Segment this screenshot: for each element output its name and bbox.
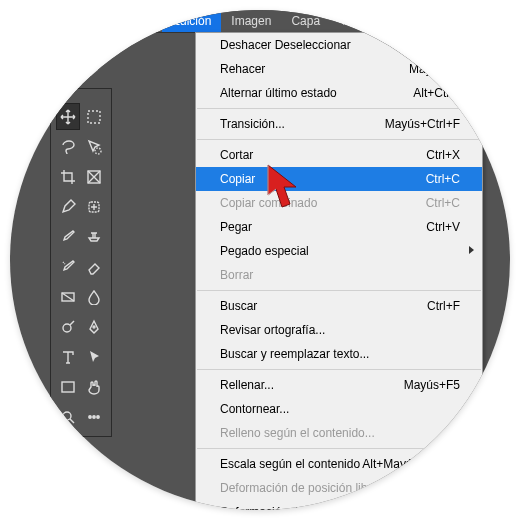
menu-item-buscar-reemplazar[interactable]: Buscar y reemplazar texto... [196,342,482,366]
menu-item-alternar[interactable]: Alternar último estadoAlt+Ctrl+ [196,81,482,105]
menu-edicion[interactable]: Edición [162,10,221,32]
menu-item-pegar[interactable]: PegarCtrl+V [196,215,482,239]
foreground-swatch[interactable] [52,442,68,458]
hand-tool[interactable] [83,373,107,400]
menu-item-def-posicion: Deformación de posición libre [196,476,482,500]
crop-tool[interactable] [56,163,80,190]
healing-brush-tool[interactable] [83,193,107,220]
tools-panel [50,88,112,437]
menu-separator [197,108,481,109]
menu-separator [197,448,481,449]
menu-item-def-perspectiva[interactable]: Deformación de perspectiva [196,500,482,510]
menu-item-ortografia[interactable]: Revisar ortografía... [196,318,482,342]
menu-item-copiar-combinado: Copiar combinadoCtrl+C [196,191,482,215]
menu-item-relleno-contenido: Relleno según el contenido... [196,421,482,445]
viewport: vo Edición Imagen Capa Texto Selecci ⌄ [10,10,510,510]
frame-tool[interactable] [83,163,107,190]
svg-rect-7 [62,382,74,392]
menu-imagen[interactable]: Imagen [221,10,281,32]
menu-item-escala-contenido[interactable]: Escala según el contenidoAlt+Mayús+Ctrl+… [196,452,482,476]
svg-rect-0 [88,111,100,123]
menu-item-contornear[interactable]: Contornear... [196,397,482,421]
eraser-tool[interactable] [83,253,107,280]
menu-item-borrar: Borrar [196,263,482,287]
edit-menu-dropdown: Deshacer Deseleccionar RehacerMayús+C Al… [195,32,483,510]
menu-item-deshacer[interactable]: Deshacer Deseleccionar [196,33,482,57]
menu-item-cortar[interactable]: CortarCtrl+X [196,143,482,167]
svg-point-8 [63,412,71,420]
svg-point-6 [93,326,95,328]
zoom-tool[interactable] [56,403,80,430]
menubar-fragment: vo [10,10,162,32]
svg-point-9 [89,415,91,417]
menu-texto[interactable]: Texto [330,10,379,32]
rectangle-tool[interactable] [56,373,80,400]
gradient-tool[interactable] [56,283,80,310]
type-tool[interactable] [56,343,80,370]
menu-separator [197,369,481,370]
menu-separator [197,139,481,140]
edit-toolbar[interactable] [83,403,107,430]
blur-tool[interactable] [83,283,107,310]
menu-item-transicion[interactable]: Transición...Mayús+Ctrl+F [196,112,482,136]
svg-point-10 [93,415,95,417]
move-icon [56,83,70,97]
history-brush-tool[interactable] [56,253,80,280]
menu-item-pegado-especial[interactable]: Pegado especial [196,239,482,263]
lasso-tool[interactable] [56,133,80,160]
menu-item-rellenar[interactable]: Rellenar...Mayús+F5 [196,373,482,397]
menu-item-copiar[interactable]: CopiarCtrl+C [196,167,482,191]
pen-tool[interactable] [83,313,107,340]
menu-capa[interactable]: Capa [281,10,330,32]
rect-marquee-tool[interactable] [83,103,107,130]
svg-point-11 [97,415,99,417]
menu-separator [197,290,481,291]
quick-select-tool[interactable] [83,133,107,160]
path-select-tool[interactable] [83,343,107,370]
clone-stamp-tool[interactable] [83,223,107,250]
brush-tool[interactable] [56,223,80,250]
home-icon[interactable] [64,37,84,55]
dodge-tool[interactable] [56,313,80,340]
menu-item-rehacer[interactable]: RehacerMayús+C [196,57,482,81]
color-swatches[interactable] [52,442,78,468]
svg-point-1 [95,148,101,154]
background-swatch[interactable] [62,452,78,468]
menubar: vo Edición Imagen Capa Texto Selecci [10,10,510,32]
eyedropper-tool[interactable] [56,193,80,220]
svg-point-5 [63,324,71,332]
move-tool[interactable] [56,103,80,130]
app-chrome: vo Edición Imagen Capa Texto Selecci ⌄ [10,10,510,510]
menu-item-buscar[interactable]: BuscarCtrl+F [196,294,482,318]
menu-seleccion[interactable]: Selecci [379,10,438,32]
